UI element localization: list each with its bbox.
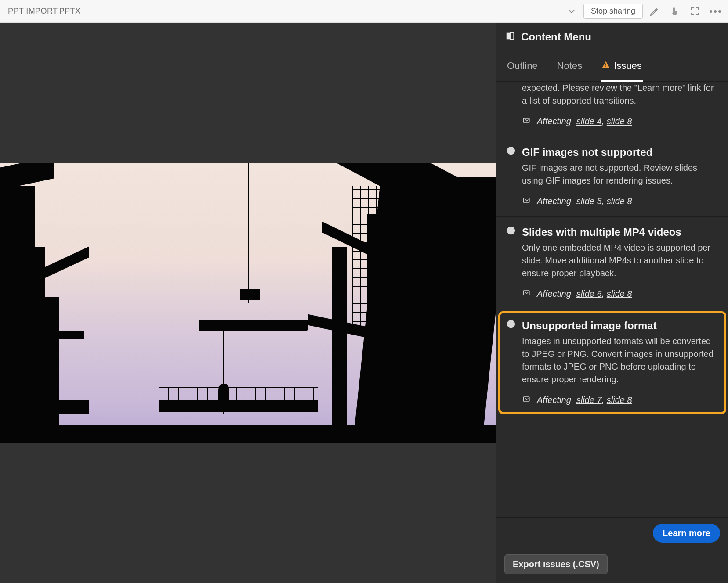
svg-rect-11	[511, 228, 511, 229]
slide-link[interactable]: slide 8	[607, 289, 632, 299]
more-menu-icon[interactable]	[707, 3, 724, 20]
affecting-slides: slide 5, slide 8	[576, 196, 632, 206]
panel-footer: Learn more	[496, 517, 728, 549]
affecting-slides: slide 4, slide 8	[576, 116, 632, 126]
slide-link[interactable]: slide 8	[607, 116, 632, 126]
svg-rect-14	[511, 323, 511, 326]
issue-affecting: Affecting slide 7, slide 8	[522, 395, 718, 406]
slides-icon	[522, 116, 532, 127]
stop-sharing-button[interactable]: Stop sharing	[583, 4, 643, 19]
issue-item: Slides with multiple MP4 videos Only one…	[496, 217, 728, 309]
issue-item-highlighted: Unsupported image format Images in unsup…	[498, 311, 726, 414]
svg-rect-2	[605, 64, 606, 66]
slide-preview-image	[0, 163, 496, 442]
main: Content Menu Outline Notes Issues expect…	[0, 23, 728, 583]
affecting-slides: slide 7, slide 8	[576, 395, 632, 405]
svg-rect-10	[511, 230, 511, 232]
issue-affecting: Affecting slide 4, slide 8	[522, 116, 718, 127]
svg-rect-1	[511, 33, 514, 40]
tab-notes[interactable]: Notes	[556, 51, 583, 82]
slides-icon	[522, 196, 532, 207]
info-icon	[506, 226, 516, 237]
panel-header: Content Menu	[496, 23, 728, 51]
affecting-slides: slide 6, slide 8	[576, 289, 632, 299]
file-title: PPT IMPORT.PPTX	[8, 7, 560, 16]
export-row: Export issues (.CSV)	[496, 549, 728, 583]
info-icon	[506, 146, 516, 157]
slide-link[interactable]: slide 8	[607, 395, 632, 405]
tab-issues-label: Issues	[614, 60, 642, 72]
svg-rect-15	[511, 322, 511, 323]
svg-rect-7	[511, 148, 511, 149]
tab-issues[interactable]: Issues	[601, 51, 643, 82]
issue-description: Only one embedded MP4 video is supported…	[522, 241, 718, 280]
learn-more-button[interactable]: Learn more	[653, 524, 720, 543]
issue-item: GIF images not supported GIF images are …	[496, 137, 728, 217]
affecting-label: Affecting	[537, 116, 571, 126]
svg-rect-6	[511, 150, 511, 152]
issue-affecting: Affecting slide 6, slide 8	[522, 288, 718, 299]
slide-link[interactable]: slide 7	[576, 395, 602, 405]
warning-icon	[601, 60, 610, 72]
issues-list[interactable]: expected. Please review the "Learn more"…	[496, 82, 728, 517]
chevron-down-icon[interactable]	[563, 3, 580, 20]
issue-title: Unsupported image format	[522, 319, 657, 332]
info-icon	[506, 319, 516, 331]
issue-description: Images in unsupported formats will be co…	[522, 335, 718, 386]
slide-link[interactable]: slide 8	[607, 196, 632, 206]
pen-icon[interactable]	[646, 3, 663, 20]
slide-stage	[0, 23, 496, 583]
slide-link[interactable]: slide 4	[576, 116, 602, 126]
panel-layout-icon	[505, 31, 515, 43]
slides-icon	[522, 395, 532, 406]
affecting-label: Affecting	[537, 196, 571, 206]
panel-tabs: Outline Notes Issues	[496, 51, 728, 82]
affecting-label: Affecting	[537, 395, 571, 405]
export-issues-button[interactable]: Export issues (.CSV)	[504, 554, 608, 574]
fullscreen-icon[interactable]	[687, 3, 703, 20]
content-panel: Content Menu Outline Notes Issues expect…	[496, 23, 728, 583]
panel-title: Content Menu	[521, 31, 591, 43]
issue-description: expected. Please review the "Learn more"…	[522, 82, 718, 107]
affecting-label: Affecting	[537, 289, 571, 299]
issue-item: expected. Please review the "Learn more"…	[496, 82, 728, 137]
pointer-hand-icon[interactable]	[666, 3, 683, 20]
tab-outline[interactable]: Outline	[506, 51, 539, 82]
svg-rect-3	[605, 66, 606, 67]
issue-affecting: Affecting slide 5, slide 8	[522, 196, 718, 207]
slides-icon	[522, 288, 532, 299]
issue-description: GIF images are not supported. Review sli…	[522, 162, 718, 187]
issue-title: GIF images not supported	[522, 146, 652, 159]
slide-link[interactable]: slide 6	[576, 289, 602, 299]
topbar: PPT IMPORT.PPTX Stop sharing	[0, 0, 728, 23]
issue-title: Slides with multiple MP4 videos	[522, 226, 681, 239]
slide-link[interactable]: slide 5	[576, 196, 602, 206]
svg-rect-0	[507, 33, 510, 40]
